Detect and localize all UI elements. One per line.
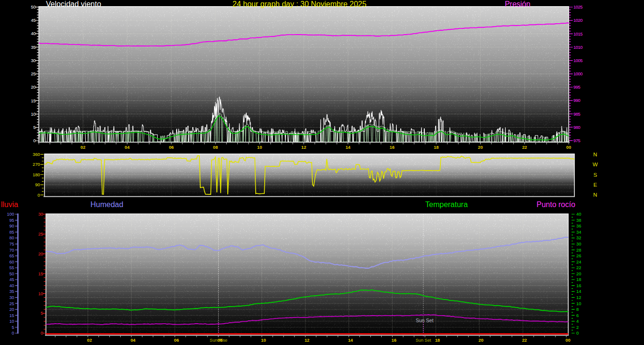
svg-text:975: 975 xyxy=(573,138,581,143)
svg-text:10: 10 xyxy=(31,112,36,117)
svg-text:16: 16 xyxy=(390,145,394,150)
svg-text:W: W xyxy=(593,162,598,167)
svg-text:22: 22 xyxy=(522,338,527,343)
svg-text:00: 00 xyxy=(566,145,571,150)
svg-text:30: 30 xyxy=(31,58,36,63)
svg-text:985: 985 xyxy=(573,112,581,117)
svg-text:24 hour graph day : 30 Noviemb: 24 hour graph day : 30 Noviembre 2025 xyxy=(233,0,367,8)
svg-text:18: 18 xyxy=(434,145,438,150)
svg-text:65: 65 xyxy=(9,254,14,258)
svg-text:20: 20 xyxy=(576,272,581,276)
svg-text:24: 24 xyxy=(576,260,581,264)
svg-text:14: 14 xyxy=(576,289,581,294)
svg-text:10: 10 xyxy=(576,301,581,306)
svg-text:Punto rocío: Punto rocío xyxy=(537,200,575,209)
svg-text:980: 980 xyxy=(573,125,581,130)
svg-text:Humedad: Humedad xyxy=(90,200,123,209)
svg-text:100: 100 xyxy=(7,212,14,217)
svg-text:50: 50 xyxy=(31,5,36,9)
svg-text:50: 50 xyxy=(9,272,14,276)
svg-text:4: 4 xyxy=(576,319,579,324)
svg-text:45: 45 xyxy=(9,277,14,282)
svg-text:90: 90 xyxy=(35,182,40,187)
svg-text:5: 5 xyxy=(12,325,14,330)
svg-text:180: 180 xyxy=(33,172,40,177)
svg-text:04: 04 xyxy=(125,145,130,150)
svg-text:1010: 1010 xyxy=(573,45,582,50)
svg-text:32: 32 xyxy=(576,236,581,240)
svg-text:20: 20 xyxy=(38,252,43,256)
svg-text:25: 25 xyxy=(38,232,43,236)
svg-text:08: 08 xyxy=(213,145,218,150)
svg-text:Temperatura: Temperatura xyxy=(425,200,468,209)
svg-text:0: 0 xyxy=(41,331,43,336)
svg-text:0: 0 xyxy=(576,331,579,336)
svg-text:1015: 1015 xyxy=(573,32,582,36)
svg-text:lluvia: lluvia xyxy=(1,200,18,209)
svg-text:N: N xyxy=(593,192,597,198)
svg-text:10: 10 xyxy=(38,291,43,296)
svg-text:18: 18 xyxy=(435,338,440,343)
svg-text:0: 0 xyxy=(33,138,36,143)
svg-text:16: 16 xyxy=(392,338,396,343)
svg-text:20: 20 xyxy=(9,307,14,312)
svg-text:34: 34 xyxy=(576,230,581,235)
svg-text:12: 12 xyxy=(576,295,581,300)
svg-text:45: 45 xyxy=(31,18,36,23)
svg-text:15: 15 xyxy=(38,272,43,276)
svg-text:40: 40 xyxy=(31,31,36,36)
svg-text:35: 35 xyxy=(9,289,14,294)
svg-text:85: 85 xyxy=(9,230,14,235)
svg-text:5: 5 xyxy=(41,311,43,316)
svg-text:06: 06 xyxy=(169,145,174,150)
svg-text:20: 20 xyxy=(31,85,36,90)
svg-text:26: 26 xyxy=(576,254,581,258)
svg-text:28: 28 xyxy=(576,248,581,253)
svg-text:N: N xyxy=(593,152,597,157)
svg-text:04: 04 xyxy=(131,338,136,343)
svg-text:Velocidad viento: Velocidad viento xyxy=(46,0,101,8)
svg-text:1005: 1005 xyxy=(573,58,582,63)
svg-text:16: 16 xyxy=(576,283,581,288)
svg-text:22: 22 xyxy=(576,265,581,270)
svg-text:0: 0 xyxy=(37,193,40,198)
svg-text:995: 995 xyxy=(573,85,581,90)
svg-text:S: S xyxy=(593,172,597,178)
svg-text:5: 5 xyxy=(33,125,36,130)
svg-text:990: 990 xyxy=(573,98,581,103)
svg-text:40: 40 xyxy=(9,283,14,288)
svg-text:90: 90 xyxy=(9,224,14,228)
svg-text:38: 38 xyxy=(576,218,581,223)
svg-text:18: 18 xyxy=(576,277,581,282)
svg-text:14: 14 xyxy=(346,145,351,150)
svg-text:70: 70 xyxy=(9,248,14,253)
svg-text:12: 12 xyxy=(304,338,309,343)
svg-text:55: 55 xyxy=(9,265,14,270)
svg-text:10: 10 xyxy=(9,319,14,324)
svg-text:10: 10 xyxy=(261,338,266,343)
svg-text:1020: 1020 xyxy=(573,18,582,23)
svg-text:Sun Set: Sun Set xyxy=(416,338,431,343)
svg-text:80: 80 xyxy=(9,236,14,240)
svg-text:14: 14 xyxy=(348,338,353,343)
svg-text:40: 40 xyxy=(576,212,581,217)
svg-text:30: 30 xyxy=(576,242,581,246)
svg-text:30: 30 xyxy=(38,212,43,217)
svg-text:35: 35 xyxy=(31,45,36,50)
svg-text:360: 360 xyxy=(33,152,40,157)
svg-text:36: 36 xyxy=(576,224,581,228)
svg-text:60: 60 xyxy=(9,260,14,264)
svg-text:2: 2 xyxy=(576,325,579,330)
svg-text:E: E xyxy=(593,182,597,188)
svg-text:1000: 1000 xyxy=(573,72,582,76)
svg-text:08: 08 xyxy=(217,338,222,343)
svg-text:15: 15 xyxy=(9,313,14,318)
svg-text:6: 6 xyxy=(576,313,579,318)
svg-text:25: 25 xyxy=(9,301,14,306)
svg-text:1025: 1025 xyxy=(573,5,582,9)
svg-text:270: 270 xyxy=(33,162,40,167)
svg-text:10: 10 xyxy=(257,145,262,150)
svg-text:25: 25 xyxy=(31,72,36,76)
svg-text:02: 02 xyxy=(80,145,85,150)
svg-text:02: 02 xyxy=(87,338,92,343)
